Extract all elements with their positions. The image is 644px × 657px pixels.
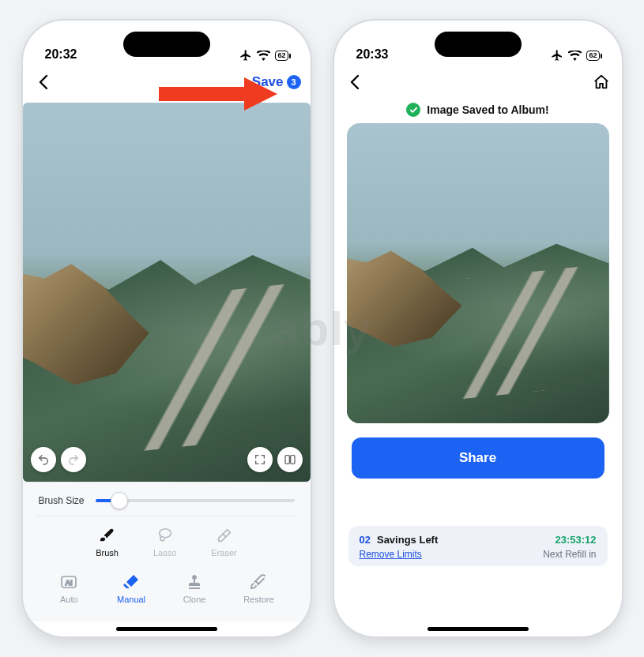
tab-auto[interactable]: AI Auto bbox=[58, 572, 79, 604]
undo-button[interactable] bbox=[31, 447, 56, 472]
tool-brush[interactable]: Brush bbox=[96, 526, 119, 558]
airplane-mode-icon bbox=[239, 49, 252, 62]
brush-size-slider[interactable] bbox=[96, 499, 295, 502]
save-count-badge: 3 bbox=[287, 75, 301, 89]
tool-row: Brush Lasso Eraser bbox=[36, 516, 298, 565]
wifi-icon bbox=[257, 51, 270, 61]
home-button[interactable] bbox=[590, 71, 612, 93]
dynamic-island bbox=[123, 32, 210, 57]
back-button[interactable] bbox=[32, 71, 55, 93]
zoom-fit-button[interactable] bbox=[247, 447, 273, 472]
phone-editor: 20:32 62 Save 3 bbox=[23, 21, 311, 636]
image-canvas[interactable] bbox=[23, 103, 311, 482]
saved-toast: Image Saved to Album! bbox=[334, 103, 622, 117]
tab-clone[interactable]: Clone bbox=[183, 572, 206, 604]
dynamic-island bbox=[435, 32, 522, 57]
credits-count: 02 bbox=[360, 534, 371, 546]
mode-tabbar: AI Auto Manual Clone Restore bbox=[36, 565, 298, 621]
svg-rect-0 bbox=[159, 87, 244, 101]
wifi-icon bbox=[568, 51, 582, 61]
result-image bbox=[347, 123, 609, 423]
tool-eraser[interactable]: Eraser bbox=[211, 526, 236, 558]
svg-rect-2 bbox=[285, 456, 289, 464]
lasso-icon bbox=[156, 526, 175, 545]
compare-button[interactable] bbox=[277, 447, 303, 472]
credits-card: 02 Savings Left 23:53:12 Remove Limits N… bbox=[348, 526, 608, 566]
result-nav-bar bbox=[334, 65, 622, 99]
battery-icon: 62 bbox=[586, 51, 599, 61]
tool-panel: Brush Size Brush Lasso bbox=[23, 482, 311, 621]
remove-limits-link[interactable]: Remove Limits bbox=[360, 549, 422, 560]
brush-size-label: Brush Size bbox=[39, 495, 85, 506]
brush-icon bbox=[98, 526, 117, 545]
ai-icon: AI bbox=[58, 572, 79, 592]
home-indicator[interactable] bbox=[427, 627, 529, 631]
stamp-icon bbox=[184, 572, 205, 592]
share-button[interactable]: Share bbox=[352, 437, 604, 479]
status-time: 20:33 bbox=[356, 47, 389, 62]
refill-timer: 23:53:12 bbox=[555, 534, 596, 546]
battery-icon: 62 bbox=[275, 51, 288, 61]
next-refill-label: Next Refill in bbox=[543, 549, 596, 560]
eraser-icon bbox=[215, 526, 234, 545]
back-button[interactable] bbox=[344, 71, 366, 93]
restore-icon bbox=[248, 572, 269, 592]
tool-lasso[interactable]: Lasso bbox=[153, 526, 176, 558]
svg-text:AI: AI bbox=[66, 579, 73, 587]
eraser-solid-icon bbox=[121, 572, 141, 592]
svg-marker-1 bbox=[244, 77, 277, 111]
credits-label: Savings Left bbox=[377, 534, 438, 546]
status-time: 20:32 bbox=[45, 47, 77, 62]
svg-rect-3 bbox=[290, 456, 294, 464]
annotation-arrow-icon bbox=[159, 77, 277, 114]
tab-manual[interactable]: Manual bbox=[117, 572, 145, 604]
home-indicator[interactable] bbox=[116, 627, 217, 631]
redo-button[interactable] bbox=[61, 447, 86, 472]
phone-result: 20:33 62 Image Saved to Album! bbox=[334, 21, 622, 636]
tab-restore[interactable]: Restore bbox=[243, 572, 274, 604]
airplane-mode-icon bbox=[551, 49, 563, 62]
toast-text: Image Saved to Album! bbox=[427, 103, 548, 116]
check-icon bbox=[406, 103, 420, 117]
